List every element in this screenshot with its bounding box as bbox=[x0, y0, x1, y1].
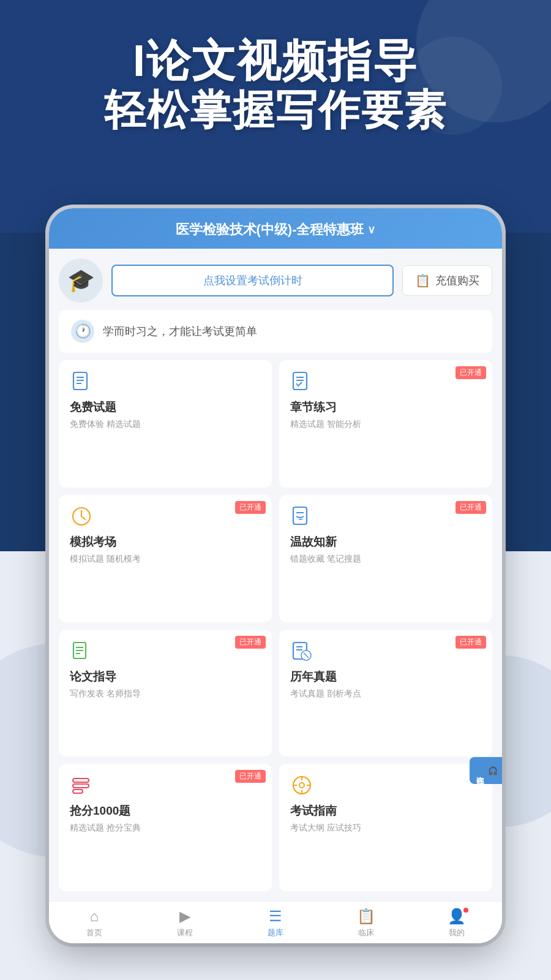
hero-section: I论文视频指导 轻松掌握写作要素 bbox=[0, 37, 551, 135]
device-frame: 医学检验技术(中级)-全程特惠班 ∨ 🎓 点我设置考试倒计时 📋 充值购买 🕐 bbox=[49, 208, 502, 943]
past-exams-icon bbox=[290, 639, 313, 663]
avatar: 🎓 bbox=[59, 258, 103, 303]
svg-rect-20 bbox=[73, 778, 89, 782]
course-title: 医学检验技术(中级)-全程特惠班 bbox=[176, 221, 364, 239]
nav-label-home: 首页 bbox=[86, 927, 102, 938]
rush-score-sub: 精选试题 抢分宝典 bbox=[70, 823, 261, 834]
mock-exam-badge: 已开通 bbox=[235, 501, 266, 514]
chevron-down-icon: ∨ bbox=[367, 223, 375, 236]
app-content: 医学检验技术(中级)-全程特惠班 ∨ 🎓 点我设置考试倒计时 📋 充值购买 🕐 bbox=[49, 208, 502, 943]
profile-row: 🎓 点我设置考试倒计时 📋 充值购买 bbox=[59, 258, 492, 303]
chapter-practice-title: 章节练习 bbox=[290, 399, 481, 415]
top-bar[interactable]: 医学检验技术(中级)-全程特惠班 ∨ bbox=[49, 208, 502, 249]
svg-rect-21 bbox=[73, 784, 89, 788]
review-icon bbox=[290, 505, 313, 528]
svg-rect-8 bbox=[293, 507, 307, 524]
chapter-practice-badge: 已开通 bbox=[455, 366, 486, 379]
grid-item-rush-score[interactable]: 已开通 抢分1000题 精选试题 抢分宝典 bbox=[59, 764, 272, 891]
past-exams-title: 历年真题 bbox=[290, 669, 481, 685]
main-area: 🎓 点我设置考试倒计时 📋 充值购买 🕐 学而时习之，才能让考试更简单 bbox=[49, 249, 502, 901]
list-icon: ☰ bbox=[269, 908, 282, 925]
rush-score-badge: 已开通 bbox=[235, 770, 266, 783]
grid-item-mock-exam[interactable]: 已开通 模拟考场 模拟试题 随机模考 bbox=[59, 495, 272, 622]
nav-item-profile[interactable]: 👤 我的 bbox=[411, 908, 502, 938]
exam-guide-title: 考试指南 bbox=[290, 803, 481, 819]
motto-bar: 🕐 学而时习之，才能让考试更简单 bbox=[59, 310, 492, 353]
mock-exam-title: 模拟考场 bbox=[70, 534, 261, 550]
nav-label-profile: 我的 bbox=[449, 927, 465, 938]
nav-label-questions: 题库 bbox=[268, 927, 283, 938]
hero-line2: 轻松掌握写作要素 bbox=[24, 85, 527, 135]
hero-line1: I论文视频指导 bbox=[24, 37, 527, 85]
past-exams-sub: 考试真题 剖析考点 bbox=[290, 688, 481, 699]
recharge-icon: 📋 bbox=[415, 273, 430, 288]
motto-text: 学而时习之，才能让考试更简单 bbox=[103, 324, 257, 339]
nav-label-courses: 课程 bbox=[177, 927, 193, 938]
grid-item-past-exams[interactable]: 已开通 历年真题 考试真题 剖析考点 bbox=[279, 630, 492, 757]
review-title: 温故知新 bbox=[290, 534, 481, 550]
chapter-practice-sub: 精选试题 智能分析 bbox=[290, 419, 481, 430]
review-badge: 已开通 bbox=[455, 501, 486, 514]
online-consult-button[interactable]: 🎧 在线咨询 bbox=[470, 757, 502, 784]
nav-item-clinical[interactable]: 📋 临床 bbox=[321, 908, 411, 938]
avatar-image: 🎓 bbox=[59, 258, 103, 303]
review-sub: 错题收藏 笔记搜题 bbox=[290, 554, 481, 565]
exam-guide-sub: 考试大纲 应试技巧 bbox=[290, 823, 481, 834]
nav-item-courses[interactable]: ▶ 课程 bbox=[140, 908, 230, 938]
headset-icon: 🎧 bbox=[488, 766, 497, 775]
recharge-label: 充值购买 bbox=[435, 273, 479, 288]
feature-grid: 免费试题 免费体验 精选试题 已开通 章节练习 bbox=[59, 360, 492, 891]
mock-exam-sub: 模拟试题 随机模考 bbox=[70, 554, 261, 565]
profile-icon: 👤 bbox=[448, 908, 466, 925]
paper-guide-icon bbox=[70, 639, 93, 663]
free-questions-icon bbox=[70, 370, 93, 393]
chapter-practice-icon bbox=[290, 370, 313, 393]
free-questions-title: 免费试题 bbox=[70, 399, 261, 415]
top-bar-title: 医学检验技术(中级)-全程特惠班 ∨ bbox=[176, 221, 376, 239]
grid-item-paper-guide[interactable]: 已开通 论文指导 写作发表 名师指导 bbox=[59, 630, 272, 757]
nav-item-home[interactable]: ⌂ 首页 bbox=[49, 908, 140, 938]
home-icon: ⌂ bbox=[90, 908, 99, 925]
play-icon: ▶ bbox=[179, 908, 190, 925]
grid-item-review[interactable]: 已开通 温故知新 错题收藏 笔记搜题 bbox=[279, 495, 492, 622]
rush-score-icon bbox=[70, 774, 93, 797]
nav-label-clinical: 临床 bbox=[358, 927, 374, 938]
grid-item-chapter-practice[interactable]: 已开通 章节练习 精选试题 智能分析 bbox=[279, 360, 492, 488]
svg-rect-22 bbox=[73, 790, 83, 793]
nav-item-questions[interactable]: ☰ 题库 bbox=[230, 908, 321, 938]
bottom-nav: ⌂ 首页 ▶ 课程 ☰ 题库 📋 临床 👤 我的 bbox=[49, 901, 502, 943]
paper-guide-badge: 已开通 bbox=[235, 636, 266, 649]
past-exams-badge: 已开通 bbox=[455, 636, 486, 649]
mock-exam-icon bbox=[70, 505, 93, 528]
paper-guide-sub: 写作发表 名师指导 bbox=[70, 688, 261, 699]
free-questions-sub: 免费体验 精选试题 bbox=[70, 419, 261, 430]
recharge-button[interactable]: 📋 充值购买 bbox=[402, 265, 492, 296]
svg-point-28 bbox=[299, 783, 304, 788]
clinical-icon: 📋 bbox=[357, 908, 375, 925]
grid-item-exam-guide[interactable]: 考试指南 考试大纲 应试技巧 bbox=[279, 764, 492, 891]
rush-score-title: 抢分1000题 bbox=[70, 803, 261, 819]
countdown-button[interactable]: 点我设置考试倒计时 bbox=[111, 265, 394, 296]
grid-item-free-questions[interactable]: 免费试题 免费体验 精选试题 bbox=[59, 360, 272, 488]
paper-guide-title: 论文指导 bbox=[70, 669, 261, 685]
exam-guide-icon bbox=[290, 774, 313, 797]
clock-icon: 🕐 bbox=[71, 320, 94, 343]
